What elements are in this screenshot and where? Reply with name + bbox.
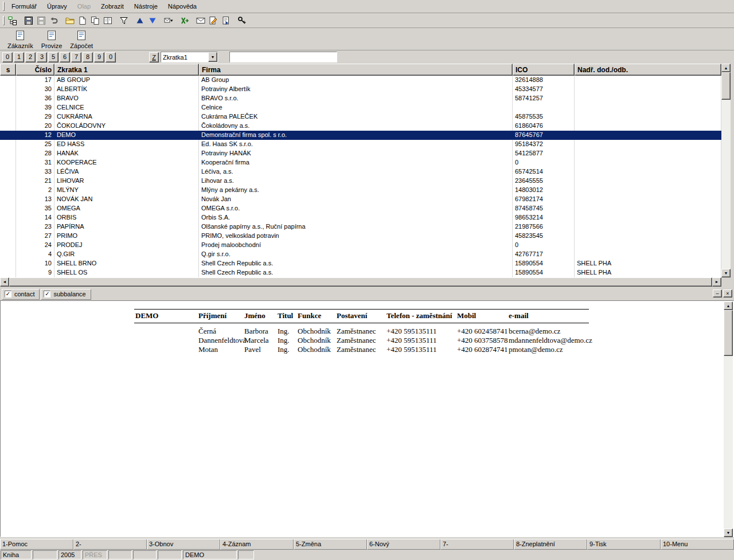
row-shell-brno[interactable]: 10SHELL BRNOShell Czech Republic a.s.158…	[0, 259, 721, 268]
row-cukrarna[interactable]: 29CUKRÁRNACukrárna PALEČEK45875535	[0, 112, 721, 122]
document-arrow-icon[interactable]	[220, 14, 232, 27]
function-key-3[interactable]: 3-Obnov	[147, 539, 220, 550]
row-shell-os[interactable]: 9SHELL OSShell Czech Republic a.s.158905…	[0, 268, 721, 277]
mail-icon[interactable]	[194, 14, 207, 27]
scroll-up-icon[interactable]: ▲	[721, 64, 731, 72]
menu-item-napoveda[interactable]: Nápověda	[163, 1, 202, 12]
menu-item-zobrazit[interactable]: Zobrazit	[96, 1, 129, 12]
export-icon[interactable]	[178, 14, 191, 27]
row-omega[interactable]: 35OMEGAOMEGA s.r.o.87458745	[0, 204, 721, 213]
hierarchy-icon[interactable]	[6, 14, 19, 27]
checkbox-subbalance[interactable]: ✓	[44, 291, 50, 297]
function-key-4[interactable]: 4-Záznam	[220, 539, 294, 550]
row-kooperace[interactable]: 31KOOPERACEKooperační firma0	[0, 158, 721, 167]
row-q-gir[interactable]: 4Q.GIRQ.gir s.r.o.42767717	[0, 250, 721, 259]
digit-button-5[interactable]: 6	[60, 52, 70, 62]
filter-icon[interactable]	[118, 14, 130, 27]
row-celnice[interactable]: 39CELNICECelnice	[0, 103, 721, 112]
edit-document-icon[interactable]	[207, 14, 220, 27]
row-novak-jan[interactable]: 13NOVÁK JANNovák Jan67982174	[0, 195, 721, 204]
close-icon[interactable]: ×	[723, 289, 732, 297]
scroll-left-icon[interactable]: ◄	[0, 277, 9, 287]
row-mlyny[interactable]: 2MLÝNYMlýny a pekárny a.s.14803012	[0, 186, 721, 195]
digit-button-9[interactable]: 0	[106, 52, 116, 62]
contact-row-motan[interactable]: MotanPavelIng.ObchodníkZaměstnanec+420 5…	[134, 344, 589, 354]
shortcut-zapocet[interactable]: Zápočet	[66, 29, 97, 50]
row-cokoladovny[interactable]: 20ČOKOLÁDOVNYČokoládovny a.s.61860476	[0, 122, 721, 131]
save-as-icon[interactable]	[35, 14, 48, 27]
scroll-down-icon[interactable]: ▼	[724, 528, 733, 537]
grid-hscroll-thumb[interactable]	[9, 277, 712, 287]
chevron-down-icon[interactable]: ▼	[208, 52, 217, 62]
row-ab-group[interactable]: 17AB GROUPAB Group32614888	[0, 76, 721, 85]
row-demo[interactable]: 12DEMODemonstrační firma spol. s r.o.876…	[0, 131, 721, 140]
key-filter-icon[interactable]	[236, 14, 248, 27]
row-orbis[interactable]: 14ORBISOrbis S.A.98653214	[0, 213, 721, 222]
menu-item-formular[interactable]: Formulář	[6, 1, 42, 12]
send-mail-dropdown-icon[interactable]	[162, 14, 175, 27]
digit-button-0[interactable]: 0	[2, 52, 13, 62]
z-button[interactable]: Z	[149, 52, 159, 62]
column-header-s[interactable]: s	[0, 64, 16, 76]
scroll-right-icon[interactable]: ►	[712, 277, 721, 287]
search-input[interactable]	[229, 52, 337, 62]
digit-button-3[interactable]: 3	[37, 52, 47, 62]
digit-button-7[interactable]: 8	[83, 52, 93, 62]
sort-up-icon[interactable]	[134, 14, 146, 27]
digit-button-6[interactable]: 7	[71, 52, 81, 62]
minimize-icon[interactable]: –	[713, 289, 722, 297]
contact-row-cerna[interactable]: ČernáBarboraIng.ObchodníkZaměstnanec+420…	[134, 326, 589, 335]
open-folder-icon[interactable]	[64, 14, 76, 27]
tab-subbalance[interactable]: ✓subbalance	[41, 289, 91, 300]
column-header-zkratka-1[interactable]: Zkratka 1	[54, 64, 199, 76]
notebook-icon[interactable]	[101, 14, 114, 27]
row-prodej[interactable]: 24PRODEJProdej maloobchodní0	[0, 241, 721, 250]
scroll-down-icon[interactable]: ▼	[721, 269, 731, 277]
function-key-2[interactable]: 2-	[73, 539, 147, 550]
menu-item-nastroje[interactable]: Nástroje	[129, 1, 163, 12]
row-primo[interactable]: 27PRIMOPRIMO, velkosklad potravin4582354…	[0, 232, 721, 241]
function-key-6[interactable]: 6-Nový	[367, 539, 440, 550]
function-key-5[interactable]: 5-Změna	[294, 539, 367, 550]
function-key-8[interactable]: 8-Zneplatnění	[514, 539, 587, 550]
row-papirna[interactable]: 23PAPÍRNAOlšanské papírny a.s., Ruční pa…	[0, 222, 721, 232]
toolbar-grip[interactable]	[3, 16, 5, 25]
toolbar-grip[interactable]	[3, 2, 5, 11]
digit-button-2[interactable]: 2	[25, 52, 36, 62]
sort-column-combobox[interactable]: Zkratka1 ▼	[161, 52, 218, 62]
save-icon[interactable]	[22, 14, 35, 27]
column-header-cislo[interactable]: Číslo	[16, 64, 54, 76]
column-header-nadr-dod-odb[interactable]: Nadř. dod./odb.	[575, 64, 721, 76]
copy-icon[interactable]	[89, 14, 101, 27]
digit-button-4[interactable]: 5	[48, 52, 58, 62]
row-leciva[interactable]: 33LÉČIVALéčiva, a.s.65742514	[0, 167, 721, 177]
grid-horizontal-scrollbar[interactable]: ◄ ►	[0, 277, 721, 287]
grid-vertical-scrollbar[interactable]: ▲ ▼	[721, 64, 731, 277]
row-ed-hass[interactable]: 25ED HASSEd. Haas SK s.r.o.95184372	[0, 140, 721, 149]
tab-contact[interactable]: ✓contact	[2, 289, 40, 300]
row-albertik[interactable]: 30ALBERTÍKPotraviny Albertík45334577	[0, 85, 721, 94]
menu-item-upravy[interactable]: Úpravy	[42, 1, 72, 12]
sort-down-icon[interactable]	[146, 14, 159, 27]
grid-vscroll-thumb[interactable]	[721, 72, 731, 100]
row-lihovar[interactable]: 21LIHOVARLihovar a.s.23645555	[0, 177, 721, 186]
digit-button-8[interactable]: 9	[94, 52, 104, 62]
checkbox-contact[interactable]: ✓	[5, 291, 11, 297]
function-key-10[interactable]: 10-Menu	[661, 539, 734, 550]
detail-vertical-scrollbar[interactable]: ▲ ▼	[724, 301, 733, 537]
contact-row-dannenfeldtova[interactable]: DannenfeldtováMarcelaIng.ObchodníkZaměst…	[134, 335, 589, 344]
row-bravo[interactable]: 36BRAVOBRAVO s.r.o.58741257	[0, 94, 721, 103]
new-document-icon[interactable]	[76, 14, 89, 27]
row-hanak[interactable]: 28HANÁKPotraviny HANÁK54125877	[0, 149, 721, 158]
undo-icon[interactable]	[48, 14, 60, 27]
column-header-ico[interactable]: ICO	[513, 64, 575, 76]
function-key-9[interactable]: 9-Tisk	[587, 539, 661, 550]
function-key-7[interactable]: 7-	[440, 539, 514, 550]
detail-vscroll-thumb[interactable]	[724, 310, 733, 356]
shortcut-provize[interactable]: Provize	[37, 29, 67, 50]
column-header-firma[interactable]: Firma	[199, 64, 513, 76]
digit-button-1[interactable]: 1	[14, 52, 24, 62]
shortcut-zakaznik[interactable]: Zákazník	[3, 29, 37, 50]
scroll-up-icon[interactable]: ▲	[724, 301, 733, 310]
function-key-1[interactable]: 1-Pomoc	[0, 539, 73, 550]
